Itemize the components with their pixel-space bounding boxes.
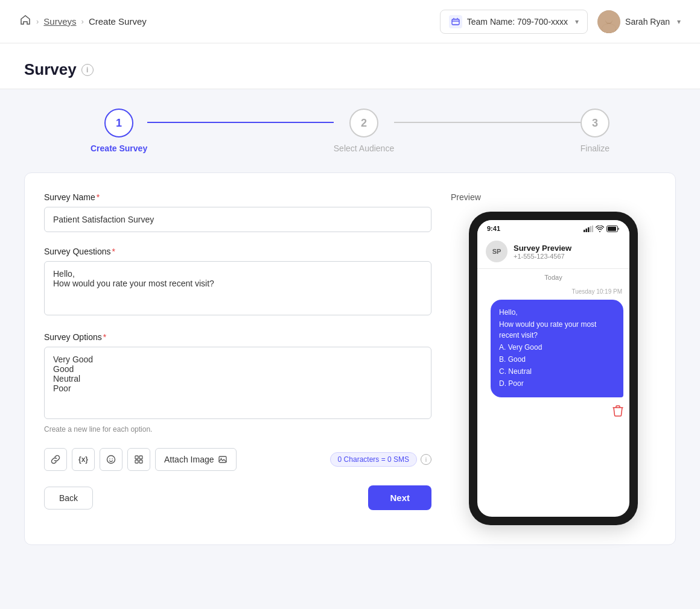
svg-point-9 <box>109 458 110 459</box>
page-info-icon[interactable]: i <box>81 64 94 76</box>
form-left: Survey Name* Survey Questions* Hello, Ho… <box>44 192 431 525</box>
back-button[interactable]: Back <box>44 487 93 510</box>
phone-chat-header: SP Survey Preview +1-555-123-4567 <box>477 235 629 269</box>
team-icon <box>449 15 462 28</box>
home-icon[interactable] <box>19 14 31 29</box>
chat-bubble: Hello, How would you rate your most rece… <box>491 300 623 397</box>
phone-mockup: 9:41 <box>469 212 638 525</box>
breadcrumb-surveys[interactable]: Surveys <box>43 16 76 27</box>
phone-screen: 9:41 <box>477 220 629 517</box>
svg-rect-23 <box>608 227 616 231</box>
preview-label: Preview <box>451 192 656 202</box>
form-right: Preview 9:41 <box>451 192 656 525</box>
svg-rect-14 <box>139 460 142 463</box>
survey-questions-input[interactable]: Hello, How would you rate your most rece… <box>44 261 431 315</box>
svg-rect-18 <box>586 229 588 232</box>
user-profile[interactable]: Sarah Ryan ▾ <box>597 10 681 33</box>
delete-message-icon[interactable] <box>612 405 623 420</box>
svg-point-10 <box>112 458 113 459</box>
svg-point-8 <box>107 456 115 464</box>
user-name: Sarah Ryan <box>625 17 670 27</box>
svg-point-2 <box>457 17 458 19</box>
variable-button[interactable]: {x} <box>72 448 95 471</box>
contact-phone: +1-555-123-4567 <box>514 253 571 260</box>
svg-rect-21 <box>592 226 593 232</box>
msg-option-b: B. Good <box>499 354 615 365</box>
survey-questions-group: Survey Questions* Hello, How would you r… <box>44 247 431 318</box>
emoji-button[interactable] <box>100 448 122 471</box>
char-badge: 0 Characters = 0 SMS <box>330 452 417 467</box>
svg-rect-19 <box>588 227 590 232</box>
step-1-label: Create Survey <box>91 144 147 153</box>
msg-option-a: A. Very Good <box>499 342 615 353</box>
svg-rect-20 <box>590 226 592 232</box>
survey-options-label: Survey Options* <box>44 332 431 342</box>
breadcrumb: › Surveys › Create Survey <box>19 14 147 29</box>
chat-timestamp: Tuesday 10:19 PM <box>477 286 629 297</box>
breadcrumb-current: Create Survey <box>89 16 147 27</box>
phone-status-bar: 9:41 <box>477 220 629 235</box>
chevron-down-icon: ▾ <box>575 17 579 26</box>
page-title: Survey i <box>24 60 676 79</box>
user-chevron-icon: ▾ <box>677 17 681 26</box>
step-1: 1 Create Survey <box>91 109 147 153</box>
survey-options-input[interactable]: Very Good Good Neutral Poor <box>44 347 431 419</box>
chat-actions <box>477 402 629 422</box>
msg-option-d: D. Poor <box>499 378 615 389</box>
svg-rect-13 <box>135 460 138 463</box>
survey-questions-label: Survey Questions* <box>44 247 431 256</box>
page-title-section: Survey i <box>0 43 700 89</box>
phone-time: 9:41 <box>487 225 500 232</box>
step-2-circle: 2 <box>349 109 378 137</box>
breadcrumb-sep-1: › <box>36 17 39 26</box>
survey-name-group: Survey Name* <box>44 192 431 232</box>
main-content: 1 Create Survey 2 Select Audience 3 Fina… <box>0 89 700 564</box>
step-3-circle: 3 <box>581 109 609 137</box>
connector-2-3 <box>394 122 581 123</box>
step-3: 3 Finalize <box>581 109 609 153</box>
svg-rect-12 <box>139 456 142 459</box>
step-2: 2 Select Audience <box>334 109 394 153</box>
contact-name: Survey Preview <box>514 244 571 253</box>
header-right: Team Name: 709-700-xxxx ▾ Sarah Ryan ▾ <box>440 10 681 34</box>
toolbar: {x} <box>44 448 431 471</box>
msg-line2: How would you rate your most recent visi… <box>499 319 615 341</box>
header: › Surveys › Create Survey Team Name: 709… <box>0 0 700 43</box>
attach-image-button[interactable]: Attach Image <box>155 448 237 471</box>
template-button[interactable] <box>127 448 150 471</box>
svg-rect-17 <box>584 230 585 232</box>
chat-date: Today <box>477 269 629 286</box>
char-info-icon[interactable]: i <box>421 454 431 465</box>
svg-rect-0 <box>452 19 459 25</box>
sp-avatar: SP <box>486 241 508 262</box>
link-button[interactable] <box>44 448 67 471</box>
msg-line1: Hello, <box>499 307 615 318</box>
svg-point-1 <box>453 17 454 19</box>
svg-point-6 <box>605 14 613 23</box>
phone-status-icons <box>584 226 620 232</box>
svg-rect-11 <box>135 456 138 459</box>
chat-header-info: Survey Preview +1-555-123-4567 <box>514 244 571 260</box>
svg-rect-15 <box>219 456 226 462</box>
breadcrumb-sep-2: › <box>81 17 84 26</box>
step-1-circle: 1 <box>104 109 133 137</box>
step-3-label: Finalize <box>581 144 609 153</box>
connector-1-2 <box>147 122 334 123</box>
survey-name-label: Survey Name* <box>44 192 431 202</box>
stepper: 1 Create Survey 2 Select Audience 3 Fina… <box>24 109 676 153</box>
team-label: Team Name: 709-700-xxxx <box>467 17 568 27</box>
step-2-label: Select Audience <box>334 144 394 153</box>
form-actions: Back Next <box>44 485 431 510</box>
survey-options-group: Survey Options* Very Good Good Neutral P… <box>44 332 431 434</box>
steps-wrapper: 1 Create Survey 2 Select Audience 3 Fina… <box>91 109 609 153</box>
char-counter: 0 Characters = 0 SMS i <box>330 452 431 467</box>
msg-option-c: C. Neutral <box>499 366 615 377</box>
team-selector[interactable]: Team Name: 709-700-xxxx ▾ <box>440 10 588 34</box>
survey-name-input[interactable] <box>44 207 431 232</box>
avatar <box>597 10 620 33</box>
form-card: Survey Name* Survey Questions* Hello, Ho… <box>24 172 676 545</box>
next-button[interactable]: Next <box>368 485 431 510</box>
options-hint: Create a new line for each option. <box>44 425 431 434</box>
